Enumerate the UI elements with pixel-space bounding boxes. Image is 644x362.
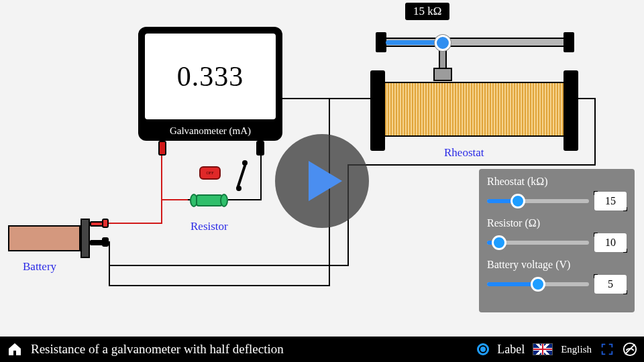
svg-marker-0 <box>309 161 342 201</box>
resistor-end <box>220 194 228 207</box>
resistor-label: Resistor <box>191 220 228 233</box>
resistor-value-input[interactable]: 10 <box>594 233 627 252</box>
rheostat-bar-cap <box>564 32 574 52</box>
wire <box>228 199 262 200</box>
rheostat-value-display: 15 kΩ <box>405 3 449 20</box>
rheostat-slider-foot <box>433 68 452 81</box>
play-icon <box>302 158 349 204</box>
rheostat-slider-knob[interactable] <box>435 35 451 51</box>
play-button[interactable] <box>275 134 369 228</box>
rheostat-label: Rheostat <box>444 146 484 160</box>
resistor <box>196 194 223 206</box>
switch-button[interactable]: OFF <box>199 166 221 180</box>
control-rheostat: Rheostat (kΩ) 15 <box>487 176 627 210</box>
control-resistor: Resistor (Ω) 10 <box>487 217 627 252</box>
wire-positive <box>161 199 188 200</box>
flag-uk-icon[interactable] <box>533 343 553 355</box>
wire-positive <box>161 156 162 224</box>
battery-terminal-positive-tip <box>102 219 109 228</box>
rheostat-stand <box>370 70 385 151</box>
controls-panel: Rheostat (kΩ) 15 Resistor (Ω) 10 Battery… <box>479 169 635 312</box>
rheostat-stand <box>564 70 578 151</box>
knife-switch-contact <box>242 160 248 166</box>
rheostat-coil <box>384 82 565 137</box>
rheostat-slider-stem <box>439 50 447 70</box>
language-label[interactable]: English <box>561 344 592 355</box>
rheostat-value-input[interactable]: 15 <box>594 192 627 210</box>
control-voltage: Battery voltage (V) 5 <box>487 259 627 294</box>
voltage-value-input[interactable]: 5 <box>594 275 627 294</box>
control-resistor-label: Resistor (Ω) <box>487 217 627 229</box>
control-voltage-label: Battery voltage (V) <box>487 259 627 271</box>
wire <box>109 265 349 266</box>
galvanometer-value: 0.333 <box>177 60 244 93</box>
battery-label: Battery <box>23 260 56 274</box>
galvanometer-screen: 0.333 <box>145 34 276 119</box>
home-icon[interactable] <box>7 341 23 357</box>
fullscreen-icon[interactable] <box>600 342 614 357</box>
page-title: Resistance of a galvanometer with half d… <box>31 342 469 357</box>
wire <box>347 164 596 166</box>
voltage-slider[interactable] <box>487 278 589 291</box>
label-toggle-text: Label <box>497 343 525 357</box>
battery <box>8 225 80 251</box>
battery-terminal-positive <box>90 221 103 227</box>
footer-bar: Resistance of a galvanometer with half d… <box>0 337 644 362</box>
switch-button-text: OFF <box>206 171 213 175</box>
wire <box>594 98 596 165</box>
rheostat-bar-cap <box>376 32 386 52</box>
wire <box>578 98 596 99</box>
wire <box>109 285 330 286</box>
simulation-stage: Battery 0.333 Galvanometer (mA) OFF Resi… <box>0 0 644 362</box>
galvanometer-post-positive <box>158 141 166 156</box>
galvanometer-label: Galvanometer (mA) <box>138 125 282 137</box>
galvanometer: 0.333 Galvanometer (mA) <box>138 27 282 141</box>
wire <box>329 98 372 99</box>
battery-cap <box>80 219 90 258</box>
no-edit-icon[interactable] <box>623 342 637 357</box>
knife-switch-arm[interactable] <box>236 164 247 188</box>
wire <box>279 98 330 99</box>
rheostat-slider[interactable] <box>487 194 589 208</box>
wire <box>260 156 262 199</box>
wire-positive <box>109 223 162 224</box>
label-toggle-radio[interactable] <box>477 343 489 355</box>
control-rheostat-label: Rheostat (kΩ) <box>487 176 627 188</box>
battery-terminal-negative-tip <box>102 237 109 247</box>
knife-switch-pivot <box>236 186 241 191</box>
resistor-slider[interactable] <box>487 236 589 249</box>
battery-terminal-negative <box>90 240 103 245</box>
galvanometer-post-negative <box>256 141 264 156</box>
wire <box>109 241 110 285</box>
